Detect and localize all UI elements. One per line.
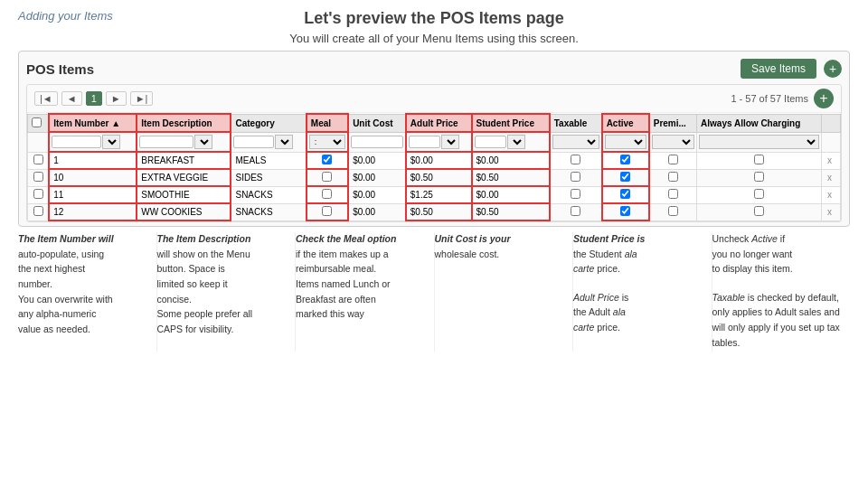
item-description-filter-input[interactable] xyxy=(139,136,193,148)
filter-checkbox-cell xyxy=(28,132,50,152)
delete-row-button[interactable]: x xyxy=(826,173,834,183)
row-premi-checkbox[interactable] xyxy=(668,189,678,199)
row-taxable-checkbox[interactable] xyxy=(571,172,580,182)
item-description-filter-op[interactable]: ↑ xyxy=(194,135,212,149)
active-filter-select[interactable] xyxy=(605,135,646,149)
row-premi[interactable] xyxy=(649,152,697,169)
row-checkbox-cell[interactable] xyxy=(28,169,50,186)
table-wrapper: |◄ ◄ 1 ► ►| 1 - 57 of 57 Items + Item Nu… xyxy=(26,84,842,222)
delete-row-button[interactable]: x xyxy=(826,207,834,217)
th-always-allow: Always Allow Charging xyxy=(697,114,822,132)
row-category: SNACKS xyxy=(231,203,306,221)
save-items-button[interactable]: Save Items xyxy=(741,59,816,79)
row-delete-cell[interactable]: x xyxy=(822,169,841,186)
filter-adult-price[interactable]: ↑ xyxy=(406,132,472,152)
row-always-allow[interactable] xyxy=(697,186,822,203)
row-always-allow[interactable] xyxy=(697,152,822,169)
taxable-filter-select[interactable] xyxy=(552,135,599,149)
category-filter-input[interactable] xyxy=(233,136,274,148)
row-checkbox-cell[interactable] xyxy=(28,203,50,221)
row-premi[interactable] xyxy=(649,169,697,186)
row-active-checkbox[interactable] xyxy=(620,155,630,164)
note2-italic: The Item Description xyxy=(157,233,251,244)
row-active-checkbox[interactable] xyxy=(620,172,630,182)
row-meal[interactable] xyxy=(307,186,348,203)
row-premi-checkbox[interactable] xyxy=(668,155,678,164)
th-active: Active xyxy=(602,114,649,132)
current-page-button[interactable]: 1 xyxy=(86,91,102,106)
filter-category[interactable]: ↑ xyxy=(231,132,306,152)
row-active[interactable] xyxy=(602,203,649,221)
row-checkbox-cell[interactable] xyxy=(28,186,50,203)
row-always-allow[interactable] xyxy=(697,203,822,221)
adult-price-filter-op[interactable]: ↑ xyxy=(441,135,459,149)
filter-student-price[interactable]: ↑ xyxy=(472,132,550,152)
row-checkbox[interactable] xyxy=(33,172,43,182)
row-active[interactable] xyxy=(602,186,649,203)
row-taxable[interactable] xyxy=(550,186,602,203)
meal-filter-select[interactable]: : xyxy=(309,135,345,149)
row-premi-checkbox[interactable] xyxy=(668,206,678,216)
premi-filter-select[interactable] xyxy=(652,135,694,149)
row-active[interactable] xyxy=(602,169,649,186)
row-delete-cell[interactable]: x xyxy=(822,186,841,203)
row-checkbox-cell[interactable] xyxy=(28,152,50,169)
row-active[interactable] xyxy=(602,152,649,169)
row-premi[interactable] xyxy=(649,186,697,203)
add-row-button[interactable]: + xyxy=(814,89,834,108)
filter-meal[interactable]: : xyxy=(307,132,348,152)
delete-row-button[interactable]: x xyxy=(826,190,834,200)
unit-cost-filter-input[interactable] xyxy=(351,136,403,148)
row-always-allow-checkbox[interactable] xyxy=(754,172,764,182)
row-meal[interactable] xyxy=(307,169,348,186)
row-always-allow-checkbox[interactable] xyxy=(754,206,764,216)
filter-item-description[interactable]: ↑ xyxy=(137,132,231,152)
filter-always-allow[interactable] xyxy=(697,132,822,152)
row-taxable[interactable] xyxy=(550,203,602,221)
row-meal-checkbox[interactable] xyxy=(322,155,332,164)
row-meal-checkbox[interactable] xyxy=(322,189,332,199)
row-checkbox[interactable] xyxy=(33,189,43,199)
student-price-filter-input[interactable] xyxy=(475,136,506,148)
row-premi[interactable] xyxy=(649,203,697,221)
row-checkbox[interactable] xyxy=(33,206,43,216)
pos-items-action-button[interactable]: + xyxy=(824,60,842,78)
row-taxable-checkbox[interactable] xyxy=(571,206,580,216)
row-always-allow[interactable] xyxy=(697,169,822,186)
row-delete-cell[interactable]: x xyxy=(822,203,841,221)
adult-price-filter-input[interactable] xyxy=(409,136,440,148)
item-number-filter-op[interactable]: ↑ xyxy=(102,135,120,149)
row-delete-cell[interactable]: x xyxy=(822,152,841,169)
th-checkbox xyxy=(28,114,50,132)
row-taxable[interactable] xyxy=(550,169,602,186)
row-always-allow-checkbox[interactable] xyxy=(754,155,764,164)
select-all-checkbox[interactable] xyxy=(32,117,42,127)
row-meal[interactable] xyxy=(307,203,348,221)
row-taxable-checkbox[interactable] xyxy=(571,155,580,164)
filter-premi[interactable] xyxy=(649,132,697,152)
always-allow-filter-select[interactable] xyxy=(699,135,819,149)
filter-taxable[interactable] xyxy=(550,132,602,152)
last-page-button[interactable]: ►| xyxy=(130,91,154,106)
row-always-allow-checkbox[interactable] xyxy=(754,189,764,199)
prev-page-button[interactable]: ◄ xyxy=(61,91,82,106)
row-meal-checkbox[interactable] xyxy=(322,172,332,182)
item-number-filter-input[interactable] xyxy=(52,136,101,148)
row-active-checkbox[interactable] xyxy=(620,206,630,216)
row-active-checkbox[interactable] xyxy=(620,189,630,199)
row-meal[interactable] xyxy=(307,152,348,169)
delete-row-button[interactable]: x xyxy=(826,155,834,165)
student-price-filter-op[interactable]: ↑ xyxy=(507,135,525,149)
row-item-number: 10 xyxy=(49,169,137,186)
category-filter-op[interactable]: ↑ xyxy=(275,135,293,149)
first-page-button[interactable]: |◄ xyxy=(34,91,58,106)
filter-active[interactable] xyxy=(602,132,649,152)
row-premi-checkbox[interactable] xyxy=(668,172,678,182)
next-page-button[interactable]: ► xyxy=(106,91,127,106)
row-checkbox[interactable] xyxy=(33,155,43,164)
row-taxable[interactable] xyxy=(550,152,602,169)
filter-unit-cost[interactable] xyxy=(348,132,406,152)
row-meal-checkbox[interactable] xyxy=(322,206,332,216)
filter-item-number[interactable]: ↑ xyxy=(49,132,137,152)
row-taxable-checkbox[interactable] xyxy=(571,189,580,199)
